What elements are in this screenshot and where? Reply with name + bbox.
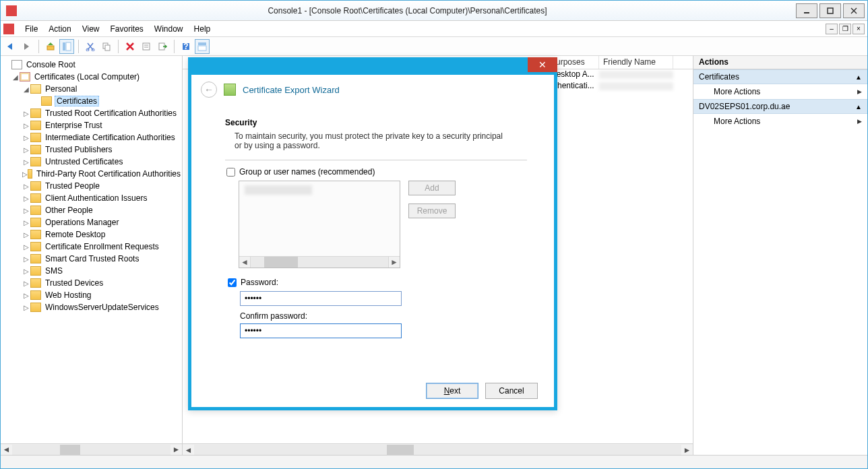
expand-icon[interactable]: ▷ (22, 243, 30, 251)
expand-icon[interactable]: ▷ (22, 183, 30, 190)
nav-forward-button[interactable] (20, 39, 34, 54)
delete-button[interactable] (123, 39, 137, 54)
password-input[interactable] (240, 291, 402, 306)
scroll-right-icon[interactable]: ► (681, 445, 693, 455)
chevron-right-icon: ▶ (857, 88, 862, 95)
expand-icon[interactable]: ▷ (22, 219, 30, 226)
expand-icon[interactable]: ▷ (22, 268, 30, 275)
tree-item[interactable]: Operations Manager (44, 218, 120, 227)
actions-more-1[interactable]: More Actions▶ (693, 84, 867, 99)
menu-favorites[interactable]: Favorites (105, 23, 149, 35)
actions-group-certificates[interactable]: Certificates▲ (693, 69, 867, 84)
folder-icon (30, 121, 41, 130)
listbox-h-scrollbar[interactable]: ◄ ► (239, 256, 400, 268)
col-friendly[interactable]: Friendly Name (599, 56, 673, 69)
tree-item[interactable]: Web Hosting (44, 290, 92, 300)
svg-rect-18 (198, 46, 206, 51)
actions-group-object[interactable]: DV02SEPS01.corp.du.ae▲ (693, 99, 867, 114)
folder-icon (30, 230, 41, 239)
principals-listbox[interactable]: ◄ ► (239, 181, 400, 268)
tree-certs-root[interactable]: Certificates (Local Computer) (33, 72, 141, 82)
wizard-back-button[interactable]: ← (201, 82, 217, 98)
tree-view[interactable]: Console Root ◢Certificates (Local Comput… (1, 56, 182, 443)
group-names-checkbox-label[interactable]: Group or user names (recommended) (226, 167, 527, 177)
up-button[interactable] (43, 39, 58, 54)
tree-item[interactable]: SMS (44, 266, 64, 276)
tree-item[interactable]: Enterprise Trust (44, 121, 104, 130)
tree-item[interactable]: Trusted People (44, 181, 101, 191)
expand-icon[interactable]: ◢ (11, 73, 20, 81)
expand-icon[interactable]: ▷ (22, 231, 30, 239)
expand-icon[interactable]: ▷ (22, 304, 30, 311)
scroll-left-icon[interactable]: ◄ (183, 445, 194, 455)
tree-item[interactable]: Untrusted Certificates (44, 157, 124, 166)
mdi-restore-button[interactable]: ❐ (839, 24, 851, 34)
tree-item[interactable]: Other People (44, 206, 94, 215)
scroll-left-icon[interactable]: ◄ (239, 257, 251, 268)
group-names-checkbox[interactable] (226, 168, 235, 177)
minimize-button[interactable] (796, 3, 817, 18)
svg-rect-10 (105, 45, 110, 51)
menu-help[interactable]: Help (189, 23, 216, 35)
tree-item[interactable]: Trusted Devices (44, 278, 104, 288)
properties-button[interactable] (139, 39, 154, 54)
menu-window[interactable]: Window (149, 23, 189, 35)
tree-personal-certs[interactable]: Certificates (55, 96, 99, 106)
expand-icon[interactable]: ▷ (22, 207, 30, 214)
tree-personal[interactable]: Personal (44, 84, 78, 94)
maximize-button[interactable] (819, 3, 841, 18)
folder-icon (30, 303, 41, 312)
list-row[interactable]: uthenticati... (547, 81, 693, 92)
expand-icon[interactable]: ◢ (22, 86, 30, 93)
expand-icon[interactable]: ▷ (22, 134, 30, 142)
remove-button[interactable]: Remove (408, 204, 456, 218)
wizard-close-button[interactable]: ✕ (528, 57, 557, 72)
list-row[interactable]: Desktop A... (547, 69, 693, 81)
mdi-close-button[interactable]: × (852, 24, 865, 34)
tree-item[interactable]: Client Authentication Issuers (44, 193, 148, 203)
next-button[interactable]: Next (426, 383, 478, 399)
tree-item[interactable]: Certificate Enrollment Requests (44, 242, 160, 251)
add-button[interactable]: Add (408, 181, 456, 195)
close-button[interactable] (843, 3, 865, 18)
view-mode-button[interactable] (195, 39, 210, 54)
tree-item[interactable]: Intermediate Certification Authorities (44, 133, 177, 142)
scroll-left-icon[interactable]: ◄ (1, 445, 12, 455)
scroll-right-icon[interactable]: ► (388, 257, 400, 268)
menu-view[interactable]: View (77, 23, 105, 35)
tree-item[interactable]: WindowsServerUpdateServices (44, 303, 160, 312)
password-checkbox-label[interactable]: Password: (228, 278, 527, 287)
tree-item[interactable]: Trusted Publishers (44, 145, 114, 154)
confirm-password-input[interactable] (240, 323, 402, 338)
expand-icon[interactable]: ▷ (22, 170, 28, 178)
show-tree-button[interactable] (59, 39, 74, 54)
menu-app-icon (3, 24, 14, 34)
tree-item[interactable]: Third-Party Root Certification Authoriti… (35, 169, 182, 179)
expand-icon[interactable]: ▷ (22, 146, 30, 154)
mdi-minimize-button[interactable]: – (826, 24, 838, 34)
help-button[interactable]: ? (179, 39, 193, 54)
cancel-button[interactable]: Cancel (485, 383, 538, 399)
expand-icon[interactable]: ▷ (22, 292, 30, 299)
cut-button[interactable] (83, 39, 98, 54)
expand-icon[interactable]: ▷ (22, 195, 30, 202)
expand-icon[interactable]: ▷ (22, 280, 30, 287)
expand-icon[interactable]: ▷ (22, 158, 30, 166)
expand-icon[interactable]: ▷ (22, 122, 30, 129)
copy-button[interactable] (99, 39, 114, 54)
list-h-scrollbar[interactable]: ◄ ► (183, 443, 693, 455)
menu-action[interactable]: Action (43, 23, 76, 35)
tree-item[interactable]: Trusted Root Certification Authorities (44, 108, 178, 118)
tree-item[interactable]: Remote Desktop (44, 230, 106, 239)
actions-more-2[interactable]: More Actions▶ (693, 114, 867, 129)
scroll-right-icon[interactable]: ► (170, 445, 182, 455)
tree-item[interactable]: Smart Card Trusted Roots (44, 254, 140, 263)
tree-console-root[interactable]: Console Root (25, 60, 77, 69)
tree-h-scrollbar[interactable]: ◄ ► (1, 443, 182, 455)
expand-icon[interactable]: ▷ (22, 110, 30, 117)
export-button[interactable] (155, 39, 170, 54)
password-checkbox[interactable] (228, 278, 237, 287)
menu-file[interactable]: File (20, 23, 43, 35)
nav-back-button[interactable] (3, 39, 18, 54)
expand-icon[interactable]: ▷ (22, 255, 30, 263)
